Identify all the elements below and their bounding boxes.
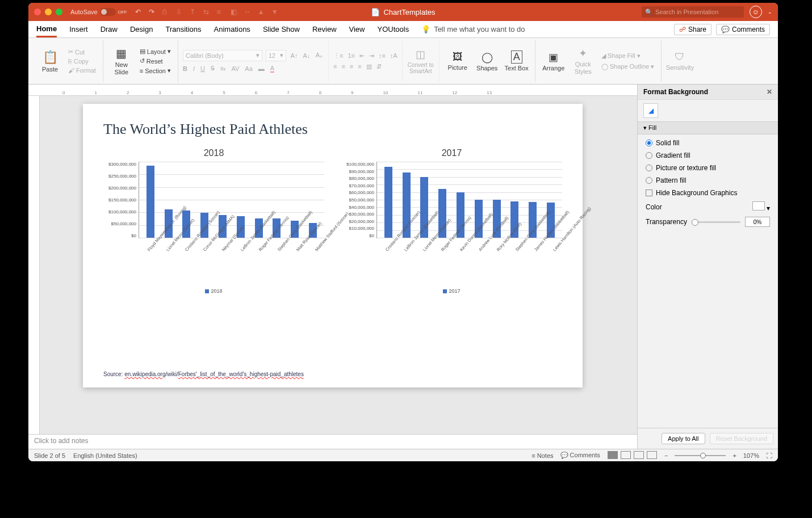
minimize-icon[interactable] bbox=[45, 9, 52, 15]
tab-design[interactable]: Design bbox=[130, 22, 153, 36]
font-color-icon[interactable]: A bbox=[270, 65, 274, 73]
shape-outline-button[interactable]: ◯Shape Outline▾ bbox=[599, 62, 657, 71]
slide-title[interactable]: The World’s Highest Paid Athletes bbox=[103, 121, 562, 138]
notes-toggle[interactable]: ≡ Notes bbox=[531, 452, 553, 459]
undo-icon[interactable]: ↶ bbox=[135, 8, 143, 16]
close-icon[interactable]: ✕ bbox=[767, 88, 772, 96]
text-direction-icon[interactable]: ↕A bbox=[390, 52, 397, 59]
align-left-icon[interactable]: ≡ bbox=[333, 63, 337, 70]
tab-insert[interactable]: Insert bbox=[69, 22, 88, 36]
qat-icon[interactable]: ⇆ bbox=[203, 8, 211, 16]
chart-2017[interactable]: 2017 $100,000,000$90,000,000$80,000,000$… bbox=[341, 148, 562, 294]
user-avatar[interactable]: ☺ bbox=[750, 6, 762, 18]
subscript-icon[interactable]: x₂ bbox=[220, 65, 226, 72]
arrange-button[interactable]: ▣Arrange bbox=[540, 51, 567, 71]
redo-icon[interactable]: ↷ bbox=[149, 8, 157, 16]
indent-right-icon[interactable]: ⇥ bbox=[369, 52, 374, 60]
tell-me-button[interactable]: 💡 Tell me what you want to do bbox=[421, 25, 525, 33]
qat-icon[interactable]: ▼ bbox=[271, 8, 279, 16]
shrink-font-icon[interactable]: A↓ bbox=[302, 51, 311, 60]
textbox-button[interactable]: AText Box bbox=[503, 50, 530, 71]
comments-button[interactable]: 💬 Comments bbox=[716, 24, 770, 35]
justify-icon[interactable]: ≡ bbox=[358, 63, 361, 70]
numbering-icon[interactable]: 1≡ bbox=[348, 52, 355, 59]
case-icon[interactable]: Aa bbox=[245, 65, 252, 72]
comments-toggle[interactable]: 💬 Comments bbox=[560, 452, 600, 459]
font-family-select[interactable]: Calibri (Body)▾ bbox=[183, 50, 262, 61]
zoom-in-button[interactable]: + bbox=[733, 452, 736, 459]
picture-button[interactable]: 🖼Picture bbox=[444, 51, 471, 71]
zoom-slider[interactable] bbox=[675, 455, 726, 456]
close-icon[interactable] bbox=[34, 9, 41, 15]
slide-counter[interactable]: Slide 2 of 5 bbox=[34, 452, 65, 459]
slide[interactable]: The World’s Highest Paid Athletes 2018 $… bbox=[83, 104, 583, 388]
sorter-view-icon[interactable] bbox=[621, 451, 631, 459]
reset-background-button[interactable]: Reset Background bbox=[710, 433, 774, 444]
strike-icon[interactable]: S̶ bbox=[211, 65, 215, 72]
columns-icon[interactable]: ▥ bbox=[366, 63, 372, 70]
tab-animations[interactable]: Animations bbox=[214, 22, 250, 36]
italic-icon[interactable]: I bbox=[193, 65, 195, 72]
font-size-select[interactable]: 12▾ bbox=[266, 50, 286, 61]
color-picker-button[interactable]: ▾ bbox=[752, 201, 770, 212]
underline-icon[interactable]: U bbox=[200, 65, 205, 72]
gradient-fill-radio[interactable]: Gradient fill bbox=[646, 151, 770, 159]
autosave-toggle[interactable]: AutoSave OFF bbox=[70, 8, 127, 16]
layout-button[interactable]: ▤Layout▾ bbox=[137, 47, 173, 56]
tab-transitions[interactable]: Transitions bbox=[165, 22, 201, 36]
grow-font-icon[interactable]: A↑ bbox=[290, 51, 299, 60]
fill-section-header[interactable]: ▾ Fill bbox=[638, 121, 778, 134]
shape-fill-button[interactable]: ◢Shape Fill▾ bbox=[599, 52, 657, 60]
normal-view-icon[interactable] bbox=[608, 451, 618, 459]
search-input[interactable]: 🔍 Search in Presentation bbox=[642, 6, 744, 18]
format-painter-button[interactable]: 🖌Format bbox=[66, 66, 98, 74]
hide-bg-checkbox[interactable]: Hide Background Graphics bbox=[646, 189, 770, 197]
tab-slideshow[interactable]: Slide Show bbox=[263, 22, 300, 36]
qat-icon[interactable]: ≡ bbox=[217, 8, 225, 16]
tab-draw[interactable]: Draw bbox=[101, 22, 118, 36]
zoom-icon[interactable] bbox=[56, 9, 62, 15]
sensitivity-button[interactable]: 🛡Sensitivity bbox=[666, 51, 693, 71]
qat-icon[interactable]: ▲ bbox=[258, 8, 266, 16]
cut-button[interactable]: ✂Cut bbox=[66, 48, 98, 56]
align-right-icon[interactable]: ≡ bbox=[350, 63, 353, 70]
spacing-icon[interactable]: AV bbox=[231, 65, 239, 72]
slideshow-view-icon[interactable] bbox=[647, 451, 657, 459]
chevron-down-icon[interactable]: ⌄ bbox=[768, 9, 772, 15]
new-slide-button[interactable]: ▦ New Slide bbox=[108, 47, 135, 75]
quick-styles-button[interactable]: ✦Quick Styles bbox=[570, 47, 597, 74]
zoom-level[interactable]: 107% bbox=[743, 452, 759, 459]
qat-icon[interactable]: ⤒ bbox=[190, 8, 198, 16]
paste-button[interactable]: 📋 Paste bbox=[36, 50, 64, 73]
tab-review[interactable]: Review bbox=[312, 22, 337, 36]
shapes-button[interactable]: ◯Shapes bbox=[474, 51, 501, 71]
bullets-icon[interactable]: ⋮≡ bbox=[333, 52, 343, 60]
zoom-out-button[interactable]: − bbox=[664, 452, 668, 459]
line-spacing-icon[interactable]: ↕≡ bbox=[379, 52, 386, 59]
section-button[interactable]: ≡Section▾ bbox=[137, 66, 173, 75]
share-button[interactable]: ☍ Share bbox=[674, 24, 711, 35]
picture-fill-radio[interactable]: Picture or texture fill bbox=[646, 164, 770, 172]
highlight-icon[interactable]: ▬ bbox=[258, 65, 265, 72]
language-status[interactable]: English (United States) bbox=[73, 452, 137, 459]
align-text-icon[interactable]: ⇵ bbox=[376, 63, 382, 70]
transparency-slider[interactable] bbox=[692, 221, 740, 223]
solid-fill-radio[interactable]: Solid fill bbox=[646, 139, 770, 147]
fit-to-window-icon[interactable]: ⛶ bbox=[766, 452, 772, 459]
qat-icon[interactable]: ◧ bbox=[231, 8, 238, 16]
notes-pane[interactable]: Click to add notes bbox=[28, 434, 637, 449]
apply-to-all-button[interactable]: Apply to All bbox=[662, 433, 705, 444]
chart-2018[interactable]: 2018 $300,000,000$250,000,000$200,000,00… bbox=[103, 148, 324, 294]
qat-icon[interactable]: ↔ bbox=[244, 8, 252, 16]
clear-format-icon[interactable]: Aₓ bbox=[315, 51, 324, 60]
bold-icon[interactable]: B bbox=[183, 65, 187, 72]
smartart-button[interactable]: ◫ Convert to SmartArt bbox=[407, 48, 434, 74]
pattern-fill-radio[interactable]: Pattern fill bbox=[646, 176, 770, 184]
qat-icon[interactable]: ⇩ bbox=[176, 8, 184, 16]
fill-tab-icon[interactable]: ◢ bbox=[643, 103, 658, 118]
reset-button[interactable]: ↺Reset bbox=[137, 57, 173, 65]
tab-youtools[interactable]: YOUtools bbox=[378, 22, 409, 36]
reading-view-icon[interactable] bbox=[634, 451, 644, 459]
qat-icon[interactable]: ⎙ bbox=[162, 8, 170, 16]
align-center-icon[interactable]: ≡ bbox=[341, 63, 345, 70]
